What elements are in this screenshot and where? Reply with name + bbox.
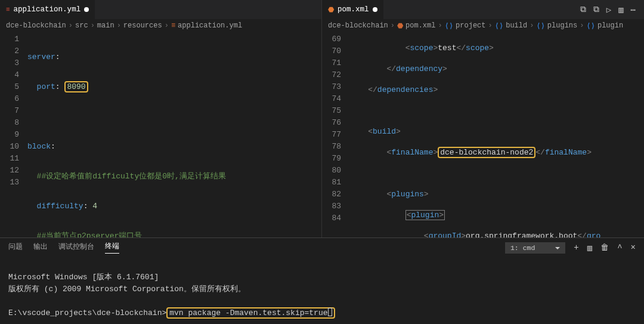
more-icon[interactable]: ⋯ <box>631 5 636 15</box>
editor-actions: ⧉ ⧉ ▷ ▥ ⋯ <box>580 0 644 19</box>
breadcrumb-item[interactable]: dce-blockchain <box>6 21 66 30</box>
terminal-line: 版权所有 (c) 2009 Microsoft Corporation。保留所有… <box>8 285 246 294</box>
split-icon[interactable]: ▥ <box>618 5 623 15</box>
code-editor-left[interactable]: 12 34 56 78 910 1112 13 server: port: 80… <box>0 32 321 237</box>
panel-tab-terminal[interactable]: 终端 <box>105 242 119 254</box>
code-lines[interactable]: server: port: 8090 block: ##设定哈希值前diffic… <box>27 32 321 237</box>
line-gutter: 12 34 56 78 910 1112 13 <box>0 32 27 237</box>
split-terminal-icon[interactable]: ▥ <box>587 243 592 253</box>
breadcrumb-item[interactable]: pom.xml <box>405 21 435 30</box>
modified-indicator-icon <box>84 7 89 12</box>
code-lines[interactable]: <scope>test</scope> </dependency> </depe… <box>349 32 644 237</box>
kill-terminal-icon[interactable]: 🗑 <box>600 243 609 252</box>
panel-tabs: 问题 输出 调试控制台 终端 1: cmd + ▥ 🗑 ^ × <box>0 238 644 255</box>
breadcrumb-item[interactable]: application.yml <box>178 21 242 30</box>
editor-pane-right: ⬣ pom.xml ⧉ ⧉ ▷ ▥ ⋯ dce-blockchain› ⬣ po… <box>322 0 644 237</box>
cursor-icon <box>328 308 332 316</box>
tab-label: application.yml <box>14 5 81 14</box>
close-panel-icon[interactable]: × <box>631 243 636 252</box>
breadcrumb-item[interactable]: project <box>456 21 485 30</box>
breadcrumb-item[interactable]: build <box>506 21 527 30</box>
run-icon[interactable]: ▷ <box>606 5 611 15</box>
terminal[interactable]: Microsoft Windows [版本 6.1.7601] 版权所有 (c)… <box>0 255 644 324</box>
tab-pom-xml[interactable]: ⬣ pom.xml <box>322 0 384 19</box>
element-icon: ⟨⟩ <box>445 21 453 30</box>
breadcrumb-item[interactable]: dce-blockchain <box>328 21 388 30</box>
highlight-finalname: dce-blockchain-node2 <box>438 147 535 158</box>
tab-application-yml[interactable]: ≡ application.yml <box>0 0 95 19</box>
terminal-prompt: E:\vscode_projects\dce-blockchain> <box>8 308 166 317</box>
tab-bar-right: ⬣ pom.xml ⧉ ⧉ ▷ ▥ ⋯ <box>322 0 644 19</box>
breadcrumb-item[interactable]: plugin <box>597 21 623 30</box>
modified-indicator-icon <box>373 7 377 12</box>
tab-bar-left: ≡ application.yml <box>0 0 321 19</box>
new-terminal-icon[interactable]: + <box>574 243 578 252</box>
code-editor-right[interactable]: 6970 7172 7374 7576 7778 7980 8182 8384 … <box>322 32 644 237</box>
breadcrumbs-left[interactable]: dce-blockchain› src› main› resources› ≡ … <box>0 19 321 32</box>
breadcrumb-item[interactable]: main <box>97 21 114 30</box>
maximize-panel-icon[interactable]: ^ <box>617 243 622 252</box>
bottom-panel: 问题 输出 调试控制台 终端 1: cmd + ▥ 🗑 ^ × Microsof… <box>0 237 644 324</box>
compare-icon[interactable]: ⧉ <box>580 5 586 14</box>
breadcrumb-item[interactable]: plugins <box>547 21 577 30</box>
breadcrumb-item[interactable]: src <box>75 21 88 30</box>
panel-tab-output[interactable]: 输出 <box>33 242 48 254</box>
element-icon: ⟨⟩ <box>586 21 595 30</box>
xml-icon: ⬣ <box>397 21 403 30</box>
breadcrumb-item[interactable]: resources <box>123 21 162 30</box>
panel-tab-problems[interactable]: 问题 <box>8 242 23 254</box>
highlight-command: mvn package -Dmaven.test.skip=true <box>166 307 335 319</box>
tab-label: pom.xml <box>338 5 369 14</box>
highlight-port: 8090 <box>64 81 88 92</box>
panel-tab-debug[interactable]: 调试控制台 <box>58 242 94 254</box>
terminal-line: Microsoft Windows [版本 6.1.7601] <box>8 273 159 282</box>
line-gutter: 6970 7172 7374 7576 7778 7980 8182 8384 <box>322 32 349 237</box>
compare-icon[interactable]: ⧉ <box>593 5 599 14</box>
editor-pane-left: ≡ application.yml dce-blockchain› src› m… <box>0 0 322 237</box>
terminal-select[interactable]: 1: cmd <box>505 242 565 254</box>
element-icon: ⟨⟩ <box>495 21 503 30</box>
yaml-icon: ≡ <box>171 21 175 30</box>
yaml-icon: ≡ <box>6 6 10 13</box>
element-icon: ⟨⟩ <box>536 21 544 30</box>
xml-icon: ⬣ <box>328 5 334 14</box>
breadcrumbs-right[interactable]: dce-blockchain› ⬣ pom.xml› ⟨⟩ project› ⟨… <box>322 19 644 32</box>
